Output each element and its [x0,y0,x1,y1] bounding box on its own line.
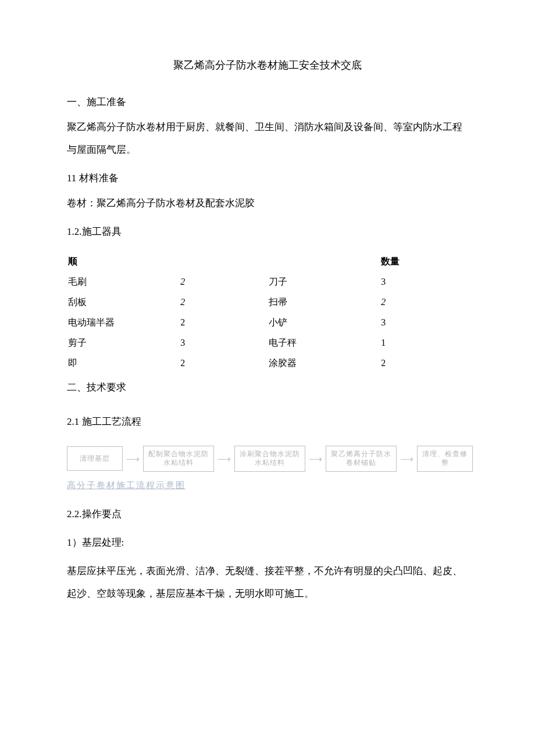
tool-name: 刮板 [67,292,179,313]
table-header-blank2 [268,252,380,272]
flow-step-5: 清理、检查修整 [417,446,473,472]
section-1-heading: 一、施工准备 [67,91,468,113]
tool-qty: 2 [380,353,468,374]
intro-paragraph: 聚乙烯高分子防水卷材用于厨房、就餐间、卫生间、消防水箱间及设备间、等室内防水工程… [67,116,468,161]
tool-name: 毛刷 [67,272,179,292]
tool-qty: 2 [179,272,268,292]
tool-name: 刀子 [268,272,380,292]
flow-step-2: 配制聚合物水泥防水粘结料 [143,446,214,472]
tool-name: 小铲 [268,313,380,333]
flow-step-3: 涂刷聚合物水泥防水粘结料 [234,446,305,472]
tool-name: 电子秤 [268,333,380,353]
table-row: 毛刷2刀子3 [67,272,468,292]
table-row: 刮板2扫帚2 [67,292,468,313]
table-header-left: 顺 [67,252,179,272]
tool-qty: 2 [179,292,268,313]
table-header-right: 数量 [380,252,468,272]
table-row: 电动瑞半器2小铲3 [67,313,468,333]
table-row: 剪子3电子秤1 [67,333,468,353]
flow-step-1: 清理基层 [67,446,123,471]
tool-qty: 2 [179,313,268,333]
document-page: 聚乙烯高分子防水卷材施工安全技术交底 一、施工准备 聚乙烯高分子防水卷材用于厨房… [0,0,535,646]
arrow-icon: ⟶ [126,453,140,464]
section-2-2-1-heading: 1）基层处理: [67,531,468,554]
table-header-row: 顺 数量 [67,252,468,272]
section-1-2-heading: 1.2.施工器具 [67,220,468,243]
arrow-icon: ⟶ [400,453,413,464]
tool-name: 剪子 [67,333,179,353]
tool-qty: 2 [179,353,268,374]
table-row: 即2涂胶器2 [67,353,468,374]
tool-qty: 3 [380,313,468,333]
section-2-heading: 二、技术要求 [67,376,468,399]
tools-table: 顺 数量 毛刷2刀子3刮板2扫帚2电动瑞半器2小铲3剪子3电子秤1即2涂胶器2 [67,252,468,374]
section-2-2-heading: 2.2.操作要点 [67,503,468,525]
material-paragraph: 卷材：聚乙烯高分子防水卷材及配套水泥胶 [67,192,468,214]
tool-qty: 3 [179,333,268,353]
flow-diagram: 清理基层 ⟶ 配制聚合物水泥防水粘结料 ⟶ 涂刷聚合物水泥防水粘结料 ⟶ 聚乙烯… [67,446,468,472]
arrow-icon: ⟶ [217,453,231,464]
flow-step-4: 聚乙烯高分子防水卷材铺贴 [326,446,397,472]
flow-caption: 高分子卷材施工流程示意图 [67,480,468,491]
tool-name: 电动瑞半器 [67,313,179,333]
tool-name: 扫帚 [268,292,380,313]
section-2-1-heading: 2.1 施工工艺流程 [67,410,468,433]
section-2-2-1-body: 基层应抹平压光，表面光滑、洁净、无裂缝、接茬平整，不允许有明显的尖凸凹陷、起皮、… [67,560,468,605]
document-title: 聚乙烯高分子防水卷材施工安全技术交底 [67,58,468,72]
tool-name: 涂胶器 [268,353,380,374]
tool-qty: 2 [380,292,468,313]
tool-qty: 1 [380,333,468,353]
section-1-1-heading: 11 材料准备 [67,167,468,189]
tool-name: 即 [67,353,179,374]
table-header-blank1 [179,252,268,272]
tool-qty: 3 [380,272,468,292]
arrow-icon: ⟶ [309,453,322,464]
